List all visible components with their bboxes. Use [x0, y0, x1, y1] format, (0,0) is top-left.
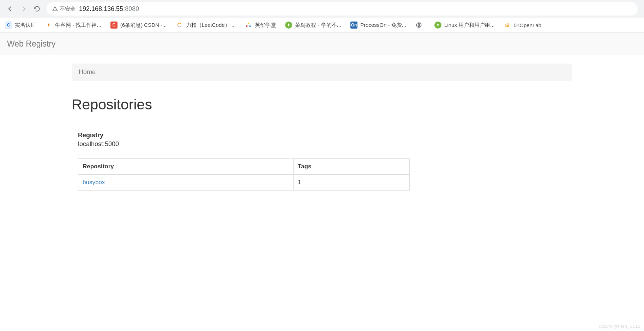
app-header: Web Registry: [0, 32, 644, 55]
bookmark-icon: ✦: [45, 22, 52, 29]
bookmark-globe[interactable]: [415, 22, 425, 29]
forward-button[interactable]: [20, 5, 28, 13]
bookmark-icon: 5i: [504, 22, 511, 29]
arrow-left-icon: [7, 5, 14, 12]
url-bar[interactable]: 不安全 192.168.136.55:8080: [47, 2, 638, 16]
bookmark-icon: ✦: [434, 22, 441, 29]
bookmark-yinghua[interactable]: 英华学堂: [245, 22, 276, 29]
bookmark-label: 力扣（LeetCode） ...: [186, 22, 236, 29]
bookmark-linux[interactable]: ✦ Linux 用户和用户组...: [434, 22, 495, 29]
table-header-row: Repository Tags: [78, 159, 410, 175]
bookmark-csdn[interactable]: C (6条消息) CSDN -...: [110, 22, 167, 29]
svg-point-3: [248, 23, 249, 24]
url-host: 192.168.136.55: [79, 5, 123, 12]
reload-icon: [34, 5, 41, 12]
browser-nav-bar: 不安全 192.168.136.55:8080: [0, 0, 644, 18]
url-port: :8080: [123, 5, 139, 12]
bookmark-51openlab[interactable]: 5i 51OpenLab: [504, 22, 541, 29]
bookmark-icon: On: [350, 22, 357, 29]
url-text: 192.168.136.55:8080: [79, 5, 139, 13]
bookmark-icon: [245, 22, 252, 29]
svg-point-2: [249, 25, 251, 27]
repo-link[interactable]: busybox: [83, 179, 105, 186]
repositories-table: Repository Tags busybox 1: [78, 158, 410, 191]
registry-value: localhost:5000: [78, 140, 572, 148]
svg-point-1: [246, 25, 248, 27]
registry-block: Registry localhost:5000: [72, 132, 572, 148]
bookmark-runoob[interactable]: ✦ 菜鸟教程 - 学的不...: [285, 22, 341, 29]
globe-icon: [415, 22, 422, 29]
bookmark-realname[interactable]: C 实名认证: [5, 22, 36, 29]
breadcrumb: Home: [72, 64, 572, 81]
bookmark-label: 51OpenLab: [514, 22, 541, 28]
security-indicator[interactable]: 不安全: [52, 6, 76, 12]
arrow-right-icon: [20, 5, 27, 12]
cell-tags: 1: [294, 175, 410, 191]
main-content: Home Repositories Registry localhost:500…: [0, 55, 644, 205]
registry-label: Registry: [78, 132, 572, 139]
bookmark-label: 菜鸟教程 - 学的不...: [295, 22, 341, 29]
breadcrumb-home[interactable]: Home: [79, 68, 96, 76]
cell-repository: busybox: [78, 175, 294, 191]
page-title: Repositories: [72, 96, 572, 113]
bookmark-icon: ✦: [285, 22, 292, 29]
bookmark-label: Linux 用户和用户组...: [444, 22, 495, 29]
bookmark-icon: C: [110, 22, 118, 29]
bookmark-leetcode[interactable]: 力扣（LeetCode） ...: [176, 22, 236, 29]
bookmark-icon: C: [5, 22, 12, 29]
security-label: 不安全: [60, 6, 76, 12]
bookmark-label: 英华学堂: [255, 22, 276, 29]
leetcode-icon: [176, 22, 183, 29]
reload-button[interactable]: [33, 5, 41, 13]
bookmark-nowcoder[interactable]: ✦ 牛客网 - 找工作神...: [45, 22, 101, 29]
back-button[interactable]: [6, 5, 14, 13]
bookmarks-bar: C 实名认证 ✦ 牛客网 - 找工作神... C (6条消息) CSDN -..…: [0, 18, 644, 32]
app-brand[interactable]: Web Registry: [7, 39, 56, 49]
col-tags: Tags: [294, 159, 410, 175]
bookmark-label: (6条消息) CSDN -...: [120, 22, 167, 29]
col-repository: Repository: [78, 159, 294, 175]
bookmark-processon[interactable]: On ProcessOn - 免费...: [350, 22, 406, 29]
bookmark-label: 实名认证: [15, 22, 36, 29]
divider: [72, 121, 572, 121]
svg-point-0: [55, 10, 55, 10]
bookmark-label: 牛客网 - 找工作神...: [55, 22, 101, 29]
warning-triangle-icon: [52, 6, 58, 12]
table-row: busybox 1: [78, 175, 410, 191]
bookmark-label: ProcessOn - 免费...: [360, 22, 406, 29]
